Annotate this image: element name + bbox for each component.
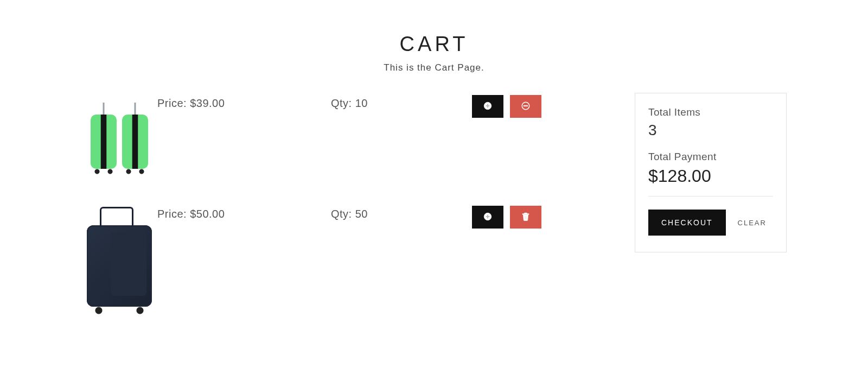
svg-rect-4: [524, 105, 528, 106]
decrease-qty-button[interactable]: [510, 95, 541, 118]
price-value: $39.00: [190, 97, 225, 109]
qty-value: 50: [355, 208, 368, 220]
minus-circle-icon: [521, 101, 531, 112]
total-payment-label: Total Payment: [648, 151, 773, 163]
item-price: Price: $50.00: [157, 204, 331, 220]
clear-cart-button[interactable]: CLEAR: [738, 217, 767, 229]
item-price: Price: $39.00: [157, 93, 331, 110]
total-payment-value: $128.00: [648, 166, 773, 186]
plus-circle-icon: [483, 101, 493, 112]
total-items-label: Total Items: [648, 106, 773, 118]
remove-item-button[interactable]: [510, 206, 541, 229]
cart-item-list: Price: $39.00 Qty: 10: [81, 93, 613, 341]
total-items-value: 3: [648, 122, 773, 139]
trash-icon: [521, 212, 531, 223]
checkout-button[interactable]: CHECKOUT: [648, 210, 726, 236]
page-subtitle: This is the Cart Page.: [81, 62, 787, 73]
qty-label: Qty:: [331, 97, 355, 109]
summary-divider: [648, 196, 773, 196]
cart-item-row: Price: $50.00 Qty: 50: [81, 204, 613, 328]
price-value: $50.00: [190, 208, 225, 220]
product-image: [81, 204, 157, 328]
qty-value: 10: [355, 97, 368, 109]
item-qty: Qty: 10: [331, 93, 472, 110]
product-image: [81, 93, 157, 191]
price-label: Price:: [157, 208, 190, 220]
plus-circle-icon: [483, 212, 493, 223]
page-header: CART This is the Cart Page.: [81, 33, 787, 73]
cart-item-row: Price: $39.00 Qty: 10: [81, 93, 613, 191]
summary-panel: Total Items 3 Total Payment $128.00 CHEC…: [635, 93, 787, 252]
price-label: Price:: [157, 97, 190, 109]
svg-rect-7: [487, 214, 488, 219]
qty-label: Qty:: [331, 208, 355, 220]
item-qty: Qty: 50: [331, 204, 472, 220]
increase-qty-button[interactable]: [472, 206, 503, 229]
page-title: CART: [81, 33, 787, 56]
increase-qty-button[interactable]: [472, 95, 503, 118]
svg-rect-2: [487, 104, 488, 108]
